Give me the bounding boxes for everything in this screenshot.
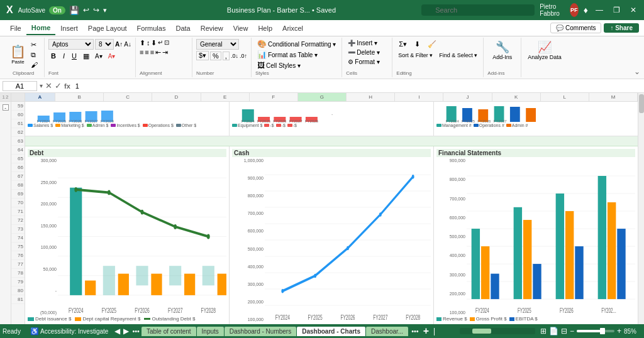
row-num-76[interactable]: 76 bbox=[11, 251, 25, 260]
close-button[interactable]: ✕ bbox=[628, 6, 639, 14]
row-num-78[interactable]: 78 bbox=[11, 269, 25, 278]
border-button[interactable]: ▦ bbox=[81, 52, 91, 61]
autosave-toggle[interactable]: On bbox=[49, 6, 65, 14]
formula-input[interactable] bbox=[73, 82, 641, 90]
font-name-select[interactable]: Aptos bbox=[48, 39, 94, 50]
col-header-l[interactable]: L bbox=[541, 93, 589, 101]
comma-button[interactable]: , bbox=[223, 52, 230, 60]
row-num-69[interactable]: 69 bbox=[11, 190, 25, 199]
align-right-button[interactable]: ≡ bbox=[150, 48, 154, 57]
tab-insert[interactable]: Insert bbox=[55, 22, 83, 35]
sheet-tab-table-of-content[interactable]: Table of content bbox=[142, 327, 196, 336]
font-size-select[interactable]: 8 bbox=[95, 39, 114, 50]
col-header-b[interactable]: B bbox=[55, 93, 104, 101]
conditional-formatting-button[interactable]: 🎨 Conditional Formatting ▾ bbox=[255, 39, 338, 49]
row-num-71[interactable]: 71 bbox=[11, 207, 25, 216]
row-num-70[interactable]: 70 bbox=[11, 199, 25, 207]
tab-file[interactable]: File bbox=[5, 22, 26, 35]
row-num-68[interactable]: 68 bbox=[11, 181, 25, 190]
row-num-59[interactable]: 59 bbox=[11, 102, 25, 111]
row-num-72[interactable]: 72 bbox=[11, 216, 25, 225]
zoom-slider[interactable] bbox=[577, 330, 614, 332]
more-sheets-button[interactable]: ••• bbox=[131, 327, 141, 335]
cell-reference-input[interactable] bbox=[3, 81, 37, 91]
col-header-h[interactable]: H bbox=[347, 93, 395, 101]
customize-icon[interactable]: ▾ bbox=[103, 6, 107, 14]
row-num-60[interactable]: 60 bbox=[11, 111, 25, 119]
row-num-80[interactable]: 80 bbox=[11, 286, 25, 295]
format-cells-button[interactable]: ⚙Format ▾ bbox=[346, 58, 388, 66]
currency-button[interactable]: $▾ bbox=[196, 51, 209, 60]
cancel-formula-icon[interactable]: ✕ bbox=[45, 81, 52, 90]
cell-styles-button[interactable]: 🖼 Cell Styles ▾ bbox=[255, 60, 338, 70]
user-avatar[interactable]: PF bbox=[570, 3, 579, 17]
search-input[interactable] bbox=[421, 4, 535, 16]
vertical-scrollbar[interactable] bbox=[638, 93, 644, 324]
cut-button[interactable]: ✂ bbox=[30, 40, 39, 50]
fill-button[interactable]: ⬇ bbox=[412, 39, 423, 50]
align-center-button[interactable]: ≡ bbox=[145, 48, 148, 57]
wrap-text-button[interactable]: ↵ bbox=[158, 39, 163, 47]
tab-data[interactable]: Data bbox=[170, 22, 195, 35]
underline-button[interactable]: U bbox=[69, 51, 79, 61]
col-header-g[interactable]: G bbox=[298, 93, 347, 101]
row-num-77[interactable]: 77 bbox=[11, 260, 25, 269]
add-sheet-button[interactable]: + bbox=[421, 326, 431, 336]
add-ins-button[interactable]: 🔧 Add-Ins bbox=[487, 39, 517, 62]
restore-button[interactable]: ❐ bbox=[611, 6, 623, 14]
format-as-table-button[interactable]: 📊 Format as Table ▾ bbox=[255, 50, 338, 60]
paste-button[interactable]: 📋 Paste bbox=[8, 43, 28, 66]
tab-arixcel[interactable]: Arixcel bbox=[277, 22, 308, 35]
row-num-73[interactable]: 73 bbox=[11, 225, 25, 234]
sheet-tab-dashboard-charts[interactable]: Dashboard - Charts bbox=[297, 327, 365, 336]
tab-view[interactable]: View bbox=[228, 22, 253, 35]
comments-button[interactable]: 💬 Comments bbox=[550, 23, 601, 33]
row-num-74[interactable]: 74 bbox=[11, 234, 25, 243]
percent-button[interactable]: % bbox=[210, 52, 221, 60]
autosum-button[interactable]: Σ▾ bbox=[396, 39, 409, 50]
align-top-button[interactable]: ⬆ bbox=[140, 39, 145, 47]
sheet-tab-dashboar-more[interactable]: Dashboar... bbox=[366, 327, 408, 336]
collapse-ribbon-button[interactable]: ⌄ bbox=[634, 67, 640, 76]
row-num-75[interactable]: 75 bbox=[11, 243, 25, 251]
merge-center-button[interactable]: ⊡ bbox=[164, 39, 169, 47]
sheet-options-button[interactable]: ••• bbox=[410, 327, 420, 335]
row-level-2[interactable]: 2 bbox=[6, 94, 8, 100]
expand-row-group[interactable]: - bbox=[3, 104, 9, 111]
sheet-tab-inputs[interactable]: Inputs bbox=[197, 327, 224, 336]
page-layout-view-button[interactable]: 📄 bbox=[549, 327, 558, 335]
next-sheet-button[interactable]: ▶ bbox=[122, 327, 130, 335]
redo-icon[interactable]: ↪ bbox=[93, 6, 99, 14]
row-num-66[interactable]: 66 bbox=[11, 163, 25, 172]
insert-function-icon[interactable]: fx bbox=[64, 82, 70, 90]
horizontal-scroll-area[interactable] bbox=[460, 328, 535, 334]
prev-sheet-button[interactable]: ◀ bbox=[113, 327, 121, 335]
tab-home[interactable]: Home bbox=[26, 21, 56, 35]
find-select-button[interactable]: Find & Select ▾ bbox=[437, 51, 479, 60]
undo-icon[interactable]: ↩ bbox=[83, 6, 89, 14]
accessibility-status[interactable]: ♿ Accessibility: Investigate bbox=[30, 327, 108, 335]
align-bottom-button[interactable]: ⬇ bbox=[151, 39, 157, 47]
tab-page-layout[interactable]: Page Layout bbox=[83, 22, 132, 35]
insert-cells-button[interactable]: ➕Insert ▾ bbox=[346, 39, 388, 47]
tab-review[interactable]: Review bbox=[196, 22, 228, 35]
col-header-j[interactable]: J bbox=[443, 93, 492, 101]
font-color-button[interactable]: A▾ bbox=[106, 52, 118, 60]
number-format-select[interactable]: General bbox=[196, 39, 239, 50]
clear-button[interactable]: 🧹 bbox=[425, 39, 439, 50]
col-header-d[interactable]: D bbox=[152, 93, 201, 101]
increase-font-button[interactable]: A↑ bbox=[115, 41, 123, 48]
tab-formulas[interactable]: Formulas bbox=[132, 22, 171, 35]
row-num-81[interactable]: 81 bbox=[11, 295, 25, 304]
row-num-62[interactable]: 62 bbox=[11, 128, 25, 137]
row-level-1[interactable]: 1 bbox=[3, 94, 5, 100]
enter-formula-icon[interactable]: ✓ bbox=[55, 81, 62, 90]
row-num-64[interactable]: 64 bbox=[11, 146, 25, 155]
italic-button[interactable]: I bbox=[60, 51, 67, 61]
format-painter-button[interactable]: 🖌 bbox=[30, 60, 39, 69]
col-header-f[interactable]: F bbox=[250, 93, 298, 101]
col-header-m[interactable]: M bbox=[589, 93, 638, 101]
share-button[interactable]: ↑ Share bbox=[604, 23, 639, 33]
sort-filter-button[interactable]: Sort & Filter ▾ bbox=[396, 51, 435, 60]
row-num-63[interactable]: 63 bbox=[11, 137, 25, 146]
